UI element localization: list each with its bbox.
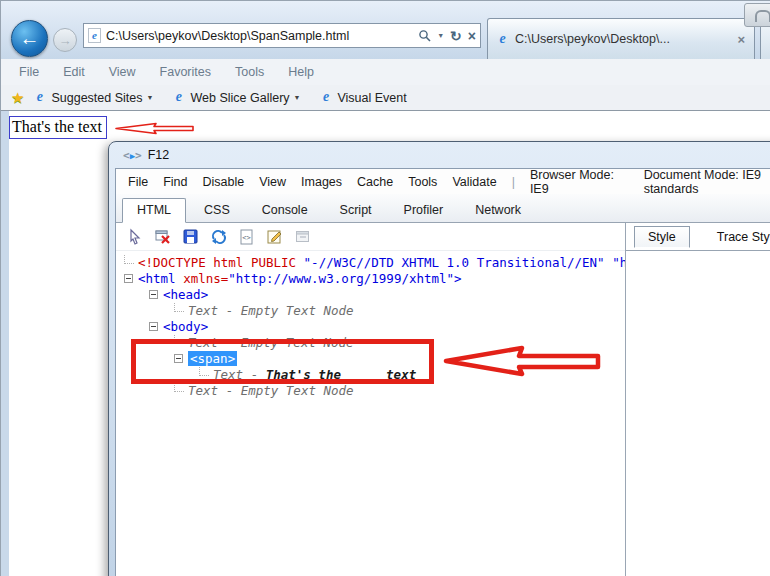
tree-node[interactable]: Text - Empty Text Node [116,382,625,398]
ie-favicon [318,90,333,105]
ie-tab-icon [495,32,510,47]
tree-text-segment: <head> [163,287,208,302]
dom-tree: <!DOCTYPE html PUBLIC "-//W3C//DTD XHTML… [116,251,625,576]
tree-text-segment: <body> [163,319,208,334]
window-button-partial[interactable] [744,3,770,27]
favorites-item-web-slice-gallery[interactable]: Web Slice Gallery▼ [171,90,300,105]
f12-tab-strip: HTMLCSSConsoleScriptProfilerNetwork [116,194,770,223]
search-icon[interactable] [418,29,431,42]
f12-tab-network[interactable]: Network [461,199,535,222]
stop-icon[interactable] [468,27,476,45]
f12-tab-script[interactable]: Script [326,199,386,222]
f12-menu-separator: | [512,175,515,189]
f12-menu-cache[interactable]: Cache [357,175,393,189]
f12-right-pane: StyleTrace Styles [625,223,770,576]
browser-tab[interactable]: C:\Users\peykov\Desktop\... × [487,18,755,59]
tree-connector [124,255,134,264]
chevron-down-icon[interactable]: ▼ [147,94,154,101]
expander-collapse-icon[interactable] [124,274,133,283]
screenshot-root: ← → C:\Users\peykov\Desktop\SpanSample.h… [0,0,770,576]
tree-text-segment: Text - Empty Text Node [188,303,354,318]
tab-title: C:\Users\peykov\Desktop\... [515,32,735,46]
f12-menu-validate[interactable]: Validate [452,175,496,189]
f12-window-title: F12 [148,148,170,162]
f12-tab-profiler[interactable]: Profiler [390,199,458,222]
f12-tab-console[interactable]: Console [248,199,322,222]
style-pane-empty [626,251,770,576]
refresh-icon[interactable] [210,228,228,246]
f12-content: <> <!DOCTYPE html PUBLIC "-//W3C//DTD X [116,223,770,576]
f12-toolbar: <> [116,223,625,251]
edit-icon[interactable] [266,228,284,246]
f12-menu-view[interactable]: View [259,175,286,189]
tree-text-segment: Text - Empty Text Node [188,383,354,398]
back-button[interactable]: ← [11,20,48,57]
span-text-highlighted: That's the text [9,116,107,139]
menu-item-help[interactable]: Help [288,65,314,79]
tree-text-segment: "http://www.w3.org/1999/xhtml" [228,271,454,286]
favorites-star-icon[interactable]: ★ [11,89,24,107]
annotation-rectangle [131,339,434,384]
f12-menubar: FileFindDisableViewImagesCacheToolsValid… [116,169,770,194]
browser-mode-menu[interactable]: Browser Mode: IE9 [530,168,629,196]
favorites-item-label: Web Slice Gallery [190,91,289,105]
ie-favicon [32,90,47,105]
chevron-down-icon[interactable]: ▼ [294,94,301,101]
f12-tab-css[interactable]: CSS [190,199,244,222]
f12-menu-items: FileFindDisableViewImagesCacheToolsValid… [128,175,497,189]
search-dropdown-icon[interactable]: ▼ [437,32,444,39]
document-mode-menu[interactable]: Document Mode: IE9 standards [644,168,770,196]
f12-menu-tools[interactable]: Tools [408,175,437,189]
tree-text-segment: <html [138,271,183,286]
style-tab-trace-styles[interactable]: Trace Styles [704,227,770,247]
tree-node[interactable]: <head> [116,286,625,302]
browser-chrome: ← → C:\Users\peykov\Desktop\SpanSample.h… [1,1,770,59]
annotation-small-arrow [114,122,196,135]
favorites-item-suggested-sites[interactable]: Suggested Sites▼ [32,90,153,105]
expander-collapse-icon[interactable] [149,322,158,331]
tree-node[interactable]: Text - Empty Text Node [116,302,625,318]
tree-node[interactable]: <html xmlns="http://www.w3.org/1999/xhtm… [116,270,625,286]
pin-window-icon[interactable] [294,228,312,246]
forward-button[interactable]: → [53,28,77,52]
menu-item-view[interactable]: View [109,65,136,79]
select-element-icon[interactable] [126,228,144,246]
refresh-icon[interactable] [450,27,462,45]
browser-menubar: FileEditViewFavoritesToolsHelp [1,59,770,85]
f12-menu-disable[interactable]: Disable [202,175,244,189]
view-source-icon[interactable]: <> [238,228,256,246]
save-icon[interactable] [182,228,200,246]
expander-collapse-icon[interactable] [149,290,158,299]
f12-menu-file[interactable]: File [128,175,148,189]
menu-item-file[interactable]: File [19,65,39,79]
style-tab-strip: StyleTrace Styles [626,223,770,251]
tree-node[interactable]: <!DOCTYPE html PUBLIC "-//W3C//DTD XHTML… [116,254,625,270]
tree-connector [174,303,184,312]
style-tab-style[interactable]: Style [634,226,690,248]
menu-item-tools[interactable]: Tools [235,65,264,79]
f12-left-pane: <> <!DOCTYPE html PUBLIC "-//W3C//DTD X [116,223,625,576]
tree-node[interactable]: <body> [116,318,625,334]
favorites-item-label: Visual Event [337,91,406,105]
tree-text-segment: xmlns= [183,271,228,286]
clear-cache-icon[interactable] [154,228,172,246]
tree-text-segment: "-//W3C//DTD XHTML 1.0 Transitional//EN"… [304,255,625,270]
favorites-item-visual-event[interactable]: Visual Event [318,90,406,105]
tree-text-segment: > [454,271,462,286]
page-icon [88,28,101,43]
f12-titlebar[interactable]: <▶> F12 [115,142,770,168]
address-bar[interactable]: C:\Users\peykov\Desktop\SpanSample.html … [83,23,481,48]
f12-window-icon: <▶> [123,149,142,162]
tree-text-segment: <!DOCTYPE html PUBLIC [138,255,304,270]
ie-favicon [171,90,186,105]
menu-item-favorites[interactable]: Favorites [160,65,211,79]
svg-text:<>: <> [242,233,250,241]
f12-tab-html[interactable]: HTML [122,198,186,223]
f12-menu-find[interactable]: Find [163,175,187,189]
tab-close-icon[interactable]: × [735,32,747,47]
menu-item-edit[interactable]: Edit [63,65,85,79]
favorites-item-label: Suggested Sites [51,91,142,105]
annotation-big-arrow [442,344,604,378]
address-url[interactable]: C:\Users\peykov\Desktop\SpanSample.html [106,29,418,43]
f12-menu-images[interactable]: Images [301,175,342,189]
